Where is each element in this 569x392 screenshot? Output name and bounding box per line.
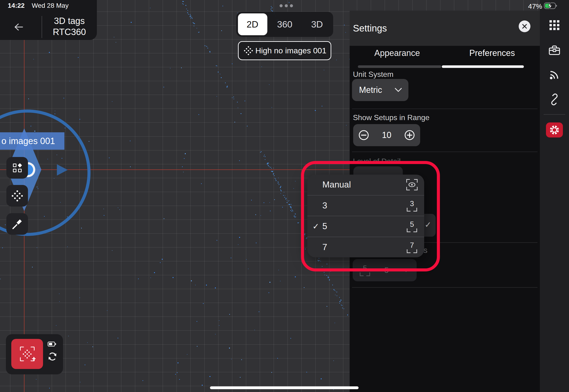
unit-system-dropdown[interactable]: Metric <box>352 79 408 101</box>
measure-tool-button[interactable] <box>6 213 28 235</box>
toolbox-button[interactable] <box>540 44 569 56</box>
point-cloud-dot <box>340 301 341 302</box>
point-cloud-dot <box>112 101 112 102</box>
point-cloud-dot <box>337 292 337 292</box>
point-cloud-dot <box>190 17 190 17</box>
lod-context-menu: Manual 3 3 ✓ 5 5 7 7 <box>307 175 424 257</box>
point-cloud-dot <box>118 338 118 338</box>
point-cloud-dot <box>304 287 304 288</box>
settings-button-active[interactable] <box>546 123 563 138</box>
point-cloud-dot <box>231 258 231 258</box>
point-cloud-dot <box>241 113 241 114</box>
point-cloud-dot <box>229 314 230 315</box>
menu-item-manual[interactable]: Manual <box>307 175 424 195</box>
tab-appearance[interactable]: Appearance <box>350 48 445 58</box>
point-cloud-dot <box>260 215 261 216</box>
wifi-signal-icon <box>548 69 561 81</box>
tags-tool-button[interactable] <box>6 157 28 179</box>
point-cloud-dot <box>150 8 150 8</box>
point-cloud-dot <box>164 218 164 219</box>
point-cloud-dot <box>138 279 139 279</box>
menu-item-7[interactable]: 7 7 <box>307 237 424 258</box>
tab-360[interactable]: 360 <box>269 12 301 37</box>
point-cloud-dot <box>294 216 295 216</box>
point-cloud-dot <box>191 17 191 18</box>
play-icon[interactable] <box>57 164 68 176</box>
menu-item-3[interactable]: 3 3 <box>307 195 424 216</box>
point-cloud-dot <box>182 166 183 167</box>
manual-lod-icon <box>406 179 418 190</box>
point-cloud-dot <box>284 192 284 193</box>
point-cloud-dot <box>116 42 116 42</box>
point-cloud-dot <box>227 87 227 87</box>
minus-icon[interactable] <box>358 130 369 140</box>
tab-2d[interactable]: 2D <box>236 12 269 37</box>
menu-item-5[interactable]: ✓ 5 5 <box>307 216 424 237</box>
lod-5-icon: 5 <box>406 221 418 232</box>
point-cloud-dot <box>330 271 331 272</box>
point-cloud-dot <box>283 195 284 196</box>
point-cloud-dot <box>210 376 211 377</box>
setup-label[interactable]: o images 001 <box>0 132 64 150</box>
point-cloud-dot <box>172 277 173 278</box>
tab-3d[interactable]: 3D <box>301 12 333 37</box>
link-button[interactable] <box>540 94 569 105</box>
point-cloud-dot <box>181 68 182 68</box>
scan-points-tool-button[interactable] <box>6 185 28 207</box>
point-cloud-dot <box>215 287 216 288</box>
point-cloud-dot <box>275 178 275 179</box>
disabled-lod-dropdown[interactable]: 5 5 <box>353 259 417 281</box>
point-cloud-dot <box>215 334 216 335</box>
point-cloud-dot <box>251 200 252 200</box>
status-time: 14:22 <box>8 2 25 9</box>
point-cloud-dot <box>190 18 191 19</box>
apps-grid-button[interactable] <box>540 20 569 30</box>
point-cloud-dot <box>240 377 241 378</box>
point-cloud-dot <box>118 208 118 208</box>
point-cloud-dot <box>194 26 194 26</box>
new-scan-button[interactable]: + <box>11 339 43 369</box>
battery-percent: 47% <box>528 2 542 10</box>
close-button[interactable] <box>519 20 530 32</box>
point-cloud-dot <box>210 52 210 52</box>
point-cloud-dot <box>246 259 247 260</box>
point-cloud-dot <box>92 346 93 347</box>
point-cloud-dot <box>222 6 223 6</box>
point-cloud-dot <box>332 285 333 285</box>
drag-handle-icon[interactable] <box>280 4 293 7</box>
point-cloud-dot <box>302 231 303 231</box>
point-cloud-dot <box>114 37 114 37</box>
point-cloud-dot <box>225 83 226 83</box>
point-cloud-dot <box>278 183 278 183</box>
active-scan-button[interactable]: High no images 001 <box>238 41 331 60</box>
point-cloud-dot <box>272 171 273 171</box>
point-cloud-dot <box>282 207 283 208</box>
live-stream-button[interactable] <box>540 69 569 81</box>
point-cloud-dot <box>190 15 191 16</box>
sync-icon[interactable] <box>47 351 57 362</box>
grid-icon <box>549 20 560 30</box>
point-cloud-dot <box>255 214 256 215</box>
point-cloud-dot <box>177 372 178 373</box>
tab-preferences[interactable]: Preferences <box>445 48 540 58</box>
point-cloud-dot <box>280 189 281 190</box>
point-cloud-dot <box>347 314 348 315</box>
plus-icon[interactable] <box>404 130 415 140</box>
lod-7-icon: 7 <box>406 241 418 253</box>
point-cloud-dot <box>318 260 318 261</box>
back-button[interactable] <box>13 23 24 31</box>
point-cloud-dot <box>216 65 216 66</box>
point-cloud-dot <box>325 275 325 275</box>
home-indicator[interactable] <box>210 386 358 389</box>
point-cloud-dot <box>187 10 188 11</box>
point-cloud-dot <box>154 272 155 273</box>
point-cloud-dot <box>337 295 337 296</box>
pen-icon <box>11 218 23 230</box>
point-cloud-dot <box>265 156 265 157</box>
point-cloud-dot <box>216 96 217 97</box>
point-cloud-dot <box>319 258 319 259</box>
section-divider <box>352 152 538 152</box>
point-cloud-dot <box>306 238 307 239</box>
point-cloud-dot <box>270 210 271 211</box>
point-cloud-dot <box>87 342 88 343</box>
